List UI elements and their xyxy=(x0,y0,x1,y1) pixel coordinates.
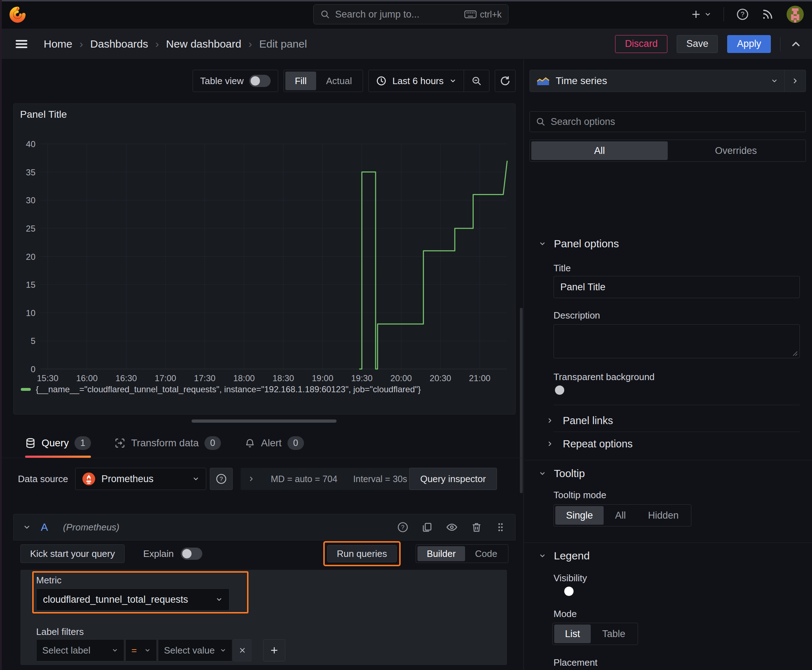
apply-button[interactable]: Apply xyxy=(727,35,771,53)
user-avatar[interactable] xyxy=(786,5,804,23)
tooltip-mode-label: Tooltip mode xyxy=(554,490,606,501)
mode-table-option[interactable]: Table xyxy=(592,624,636,643)
datasource-picker[interactable]: Prometheus xyxy=(75,468,206,490)
pane-resize-handle[interactable] xyxy=(192,420,337,423)
tooltip-title: Tooltip xyxy=(554,467,585,480)
collapse-options-pane-button[interactable] xyxy=(790,38,802,50)
breadcrumb-home[interactable]: Home xyxy=(44,38,72,50)
time-series-chart[interactable]: 051015202530354015:3016:0016:3017:0017:3… xyxy=(14,104,516,415)
svg-text:15:30: 15:30 xyxy=(37,373,58,383)
operator-dropdown[interactable]: = xyxy=(125,639,157,662)
tab-transform-label: Transform data xyxy=(131,437,199,449)
fill-option[interactable]: Fill xyxy=(285,71,316,90)
query-help-icon[interactable]: ? xyxy=(397,521,409,533)
save-button[interactable]: Save xyxy=(676,35,718,53)
tab-query-label: Query xyxy=(42,437,69,449)
discard-button[interactable]: Discard xyxy=(615,35,667,53)
news-feed-icon[interactable] xyxy=(761,8,774,21)
builder-code-segment: Builder Code xyxy=(416,544,509,563)
query-inspector-button[interactable]: Query inspector xyxy=(409,468,497,490)
svg-text:0: 0 xyxy=(31,364,36,374)
breadcrumb-dashboards[interactable]: Dashboards xyxy=(90,38,148,50)
legend-section-header[interactable]: Legend xyxy=(539,550,590,562)
visibility-label: Visibility xyxy=(554,573,587,584)
add-filter-button[interactable] xyxy=(263,639,285,662)
breadcrumb-new-dashboard[interactable]: New dashboard xyxy=(166,38,241,50)
tooltip-hidden-option[interactable]: Hidden xyxy=(637,506,690,524)
viz-name: Time series xyxy=(556,75,607,86)
prometheus-icon xyxy=(82,472,96,486)
svg-text:10: 10 xyxy=(26,308,36,318)
viz-select[interactable]: Time series xyxy=(530,70,785,91)
refresh-button[interactable] xyxy=(495,70,515,92)
search-shortcut: ctrl+k xyxy=(480,9,502,20)
tooltip-single-option[interactable]: Single xyxy=(555,506,603,524)
chevron-down-icon[interactable] xyxy=(23,523,31,531)
svg-text:17:30: 17:30 xyxy=(194,373,215,383)
tab-all[interactable]: All xyxy=(531,141,668,160)
toggle-visibility-icon[interactable] xyxy=(446,521,458,533)
tab-overrides[interactable]: Overrides xyxy=(668,141,804,160)
chevron-down-icon xyxy=(215,596,223,603)
tab-alert[interactable]: Alert 0 xyxy=(244,428,304,458)
svg-text:?: ? xyxy=(401,524,404,531)
query-row-header[interactable]: A (Prometheus) ? xyxy=(13,514,515,540)
breadcrumb: Home › Dashboards › New dashboard › Edit… xyxy=(44,38,307,50)
main-scrollbar[interactable] xyxy=(520,308,523,493)
description-textarea[interactable] xyxy=(554,324,800,358)
query-toolbar: Kick start your query Explain Run querie… xyxy=(20,542,509,565)
mode-list-option[interactable]: List xyxy=(554,624,591,643)
editor-tabs: Query 1 Transform data 0 Alert 0 xyxy=(0,428,524,458)
kick-start-button[interactable]: Kick start your query xyxy=(20,544,125,563)
query-options-strip[interactable]: MD = auto = 704 Interval = 30s Query ins… xyxy=(241,468,497,490)
drag-handle-icon[interactable] xyxy=(495,522,506,533)
datasource-help-button[interactable]: ? xyxy=(210,468,233,490)
database-icon xyxy=(25,438,36,448)
menu-toggle-button[interactable] xyxy=(14,37,29,51)
explain-toggle[interactable] xyxy=(181,548,202,560)
time-range-picker[interactable]: Last 6 hours xyxy=(369,70,464,91)
duplicate-query-icon[interactable] xyxy=(421,521,433,533)
builder-option[interactable]: Builder xyxy=(417,546,465,561)
grafana-logo-icon[interactable] xyxy=(9,7,26,23)
svg-text:25: 25 xyxy=(26,224,36,233)
help-button[interactable]: ? xyxy=(736,8,749,21)
metric-dropdown[interactable]: cloudflared_tunnel_total_requests xyxy=(36,589,229,611)
select-value-dropdown[interactable]: Select value xyxy=(158,639,232,662)
select-label-dropdown[interactable]: Select label xyxy=(36,639,124,662)
zoom-out-button[interactable] xyxy=(464,70,489,91)
code-option[interactable]: Code xyxy=(466,546,507,561)
repeat-options-section-header[interactable]: Repeat options xyxy=(546,435,632,452)
delete-query-icon[interactable] xyxy=(471,521,482,533)
options-search-placeholder: Search options xyxy=(551,116,615,127)
chart-legend[interactable]: {__name__="cloudflared_tunnel_total_requ… xyxy=(21,384,421,394)
panel-links-section-header[interactable]: Panel links xyxy=(546,412,613,429)
actual-option[interactable]: Actual xyxy=(317,71,361,90)
tab-transform[interactable]: Transform data 0 xyxy=(115,428,221,458)
max-data-points-stat: MD = auto = 704 xyxy=(271,474,337,484)
panel-options-section-header[interactable]: Panel options xyxy=(539,238,619,250)
query-count-badge: 1 xyxy=(75,436,91,450)
svg-text:?: ? xyxy=(220,475,223,482)
panel-options-title: Panel options xyxy=(554,238,619,250)
remove-filter-button[interactable] xyxy=(234,639,251,662)
resize-corner-icon[interactable] xyxy=(793,351,798,356)
table-view-toggle[interactable] xyxy=(249,75,271,87)
edit-pane: Table view Fill Actual Last 6 hours xyxy=(0,59,524,670)
tooltip-all-option[interactable]: All xyxy=(604,506,637,524)
add-new-button[interactable] xyxy=(691,9,711,20)
panel-title-input[interactable]: Panel Title xyxy=(554,276,800,298)
panel-toolbar: Table view Fill Actual Last 6 hours xyxy=(193,70,515,92)
global-search-input[interactable]: Search or jump to... ctrl+k xyxy=(313,4,509,24)
svg-text:18:30: 18:30 xyxy=(273,373,294,383)
svg-text:19:00: 19:00 xyxy=(312,373,333,383)
datasource-label: Data source xyxy=(18,474,68,485)
run-queries-button[interactable]: Run queries xyxy=(327,545,397,562)
legend-title: Legend xyxy=(554,550,590,562)
viz-suggestions-button[interactable] xyxy=(785,77,805,85)
svg-text:30: 30 xyxy=(26,195,36,205)
options-search-input[interactable]: Search options xyxy=(529,111,806,132)
tooltip-section-header[interactable]: Tooltip xyxy=(539,467,585,480)
svg-text:20: 20 xyxy=(26,252,36,262)
tab-query[interactable]: Query 1 xyxy=(25,428,91,458)
